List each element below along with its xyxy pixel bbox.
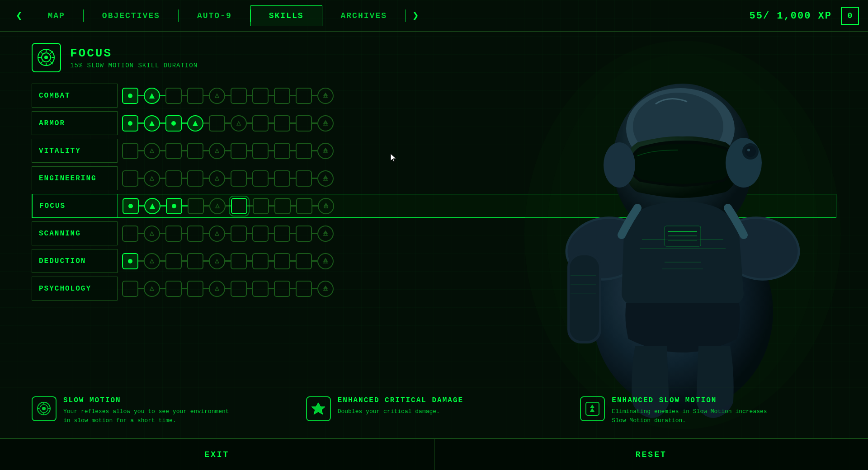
deduction-node-7[interactable] (252, 253, 269, 269)
combat-node-5[interactable] (209, 88, 225, 104)
psychology-node-9[interactable] (296, 281, 312, 297)
focus-node-4[interactable] (188, 198, 204, 214)
tab-archives[interactable]: ARCHIVES (322, 5, 406, 26)
scanning-node-5[interactable] (209, 226, 225, 242)
armor-node-9[interactable] (296, 115, 312, 132)
tab-objectives[interactable]: OBJECTIVES (84, 5, 179, 26)
combat-node-7[interactable] (252, 88, 269, 104)
vitality-node-10[interactable] (317, 143, 334, 159)
scanning-node-9[interactable] (296, 226, 312, 242)
nav-prev-arrow[interactable]: ❮ (9, 7, 29, 24)
focus-node-5[interactable] (209, 198, 226, 214)
armor-node-6[interactable] (231, 115, 247, 132)
engineering-node-1[interactable] (122, 170, 138, 187)
engineering-node-3[interactable] (165, 170, 182, 187)
armor-node-3[interactable] (165, 115, 182, 132)
engineering-node-6[interactable] (231, 170, 247, 187)
combat-node-10[interactable] (317, 88, 334, 104)
focus-node-7[interactable] (253, 198, 269, 214)
nav-next-arrow[interactable]: ❯ (406, 7, 425, 24)
vitality-node-1[interactable] (122, 143, 138, 159)
armor-node-10[interactable] (317, 115, 334, 132)
psychology-node-1[interactable] (122, 281, 138, 297)
deduction-node-8[interactable] (274, 253, 290, 269)
engineering-node-8[interactable] (274, 170, 290, 187)
focus-node-10[interactable] (318, 198, 334, 214)
deduction-node-3[interactable] (165, 253, 182, 269)
skill-label-engineering: ENGINEERING (32, 166, 118, 190)
vitality-node-2[interactable] (144, 143, 160, 159)
focus-node-6[interactable] (231, 198, 247, 214)
combat-node-1[interactable] (122, 88, 138, 104)
tab-auto9[interactable]: AUTO-9 (179, 5, 250, 26)
engineering-node-9[interactable] (296, 170, 312, 187)
armor-node-2[interactable] (144, 115, 160, 132)
psychology-node-10[interactable] (317, 281, 334, 297)
scanning-node-7[interactable] (252, 226, 269, 242)
vitality-node-9[interactable] (296, 143, 312, 159)
vitality-node-3[interactable] (165, 143, 182, 159)
psychology-node-8[interactable] (274, 281, 290, 297)
psychology-node-5[interactable] (209, 281, 225, 297)
scanning-node-8[interactable] (274, 226, 290, 242)
top-nav: ❮ MAP OBJECTIVES AUTO-9 SKILLS ARCHIVES … (0, 0, 868, 32)
deduction-node-2[interactable] (144, 253, 160, 269)
scanning-link-1 (138, 233, 144, 234)
engineering-node-4[interactable] (187, 170, 203, 187)
svg-marker-19 (150, 149, 154, 153)
armor-node-8[interactable] (274, 115, 290, 132)
combat-node-9[interactable] (296, 88, 312, 104)
focus-node-2[interactable] (144, 198, 160, 214)
combat-link-5 (225, 95, 231, 96)
vitality-node-6[interactable] (231, 143, 247, 159)
vitality-node-5[interactable] (209, 143, 225, 159)
deduction-node-10[interactable] (317, 253, 334, 269)
combat-node-6[interactable] (231, 88, 247, 104)
svg-marker-20 (215, 149, 219, 153)
tab-skills[interactable]: SKILLS (250, 5, 322, 26)
armor-node-5[interactable] (209, 115, 225, 132)
scanning-node-6[interactable] (231, 226, 247, 242)
deduction-node-9[interactable] (296, 253, 312, 269)
psychology-node-7[interactable] (252, 281, 269, 297)
psychology-node-2[interactable] (144, 281, 160, 297)
focus-node-9[interactable] (296, 198, 312, 214)
deduction-link-3 (182, 260, 187, 262)
tab-map[interactable]: MAP (29, 5, 83, 26)
svg-marker-28 (150, 203, 155, 209)
scanning-node-4[interactable] (187, 226, 203, 242)
armor-node-7[interactable] (252, 115, 269, 132)
engineering-node-5[interactable] (209, 170, 225, 187)
psychology-node-4[interactable] (187, 281, 203, 297)
combat-node-8[interactable] (274, 88, 290, 104)
focus-node-1[interactable] (123, 198, 139, 214)
focus-node-3[interactable] (166, 198, 182, 214)
deduction-node-5[interactable] (209, 253, 225, 269)
vitality-node-7[interactable] (252, 143, 269, 159)
scanning-node-3[interactable] (165, 226, 182, 242)
exit-button[interactable]: EXIT (0, 439, 434, 470)
vitality-node-4[interactable] (187, 143, 203, 159)
scanning-node-1[interactable] (122, 226, 138, 242)
deduction-node-6[interactable] (231, 253, 247, 269)
deduction-node-1[interactable] (122, 253, 138, 269)
engineering-node-7[interactable] (252, 170, 269, 187)
deduction-node-4[interactable] (187, 253, 203, 269)
armor-node-1[interactable] (122, 115, 138, 132)
psychology-link-7 (269, 288, 274, 289)
combat-node-3[interactable] (165, 88, 182, 104)
scanning-node-2[interactable] (144, 226, 160, 242)
combat-node-4[interactable] (187, 88, 203, 104)
reset-button[interactable]: RESET (434, 439, 868, 470)
scanning-node-10[interactable] (317, 226, 334, 242)
focus-node-8[interactable] (274, 198, 291, 214)
armor-node-4[interactable] (187, 115, 203, 132)
svg-marker-30 (216, 204, 219, 208)
svg-point-72 (547, 54, 818, 416)
vitality-node-8[interactable] (274, 143, 290, 159)
engineering-node-10[interactable] (317, 170, 334, 187)
engineering-node-2[interactable] (144, 170, 160, 187)
psychology-node-3[interactable] (165, 281, 182, 297)
combat-node-2[interactable] (144, 88, 160, 104)
psychology-node-6[interactable] (231, 281, 247, 297)
